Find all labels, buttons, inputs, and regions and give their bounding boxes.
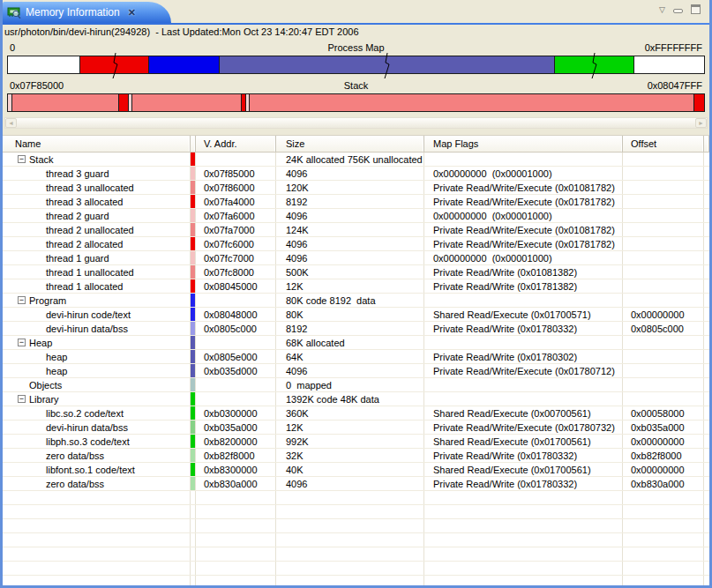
- memory-type-swatch: [191, 477, 195, 490]
- table-row[interactable]: zero data/bss 0xb830a000 4096 Private Re…: [3, 477, 709, 491]
- table-row[interactable]: thread 1 guard 0x07fc7000 4096 0x0000000…: [3, 251, 709, 265]
- row-name-cell: libc.so.2 code/text: [3, 406, 191, 420]
- table-row[interactable]: − Program 80K code 8192 data: [3, 294, 709, 308]
- memory-type-swatch: [191, 279, 195, 293]
- memory-segment[interactable]: [148, 56, 219, 73]
- stack-map-bar[interactable]: [7, 93, 705, 112]
- row-spacer: [704, 209, 709, 222]
- horizontal-scrollbar[interactable]: ◄ ►: [4, 117, 708, 129]
- close-icon[interactable]: ✕: [128, 7, 136, 19]
- table-row[interactable]: devi-hirun data/bss 0x0805c000 8192 Priv…: [3, 322, 709, 336]
- memory-segment[interactable]: [219, 56, 554, 73]
- row-label: zero data/bss: [46, 450, 104, 461]
- row-vaddr: [196, 505, 276, 518]
- memory-segment[interactable]: [249, 94, 693, 111]
- memory-segment[interactable]: [131, 94, 242, 111]
- table-row[interactable]: thread 1 allocated 0x08045000 12K Privat…: [3, 279, 709, 294]
- column-header-vaddr[interactable]: V. Addr.: [196, 136, 276, 152]
- column-header-offset[interactable]: Offset: [623, 136, 704, 152]
- row-size: 68K allocated: [276, 336, 424, 349]
- memory-type-swatch: [191, 378, 195, 391]
- row-vaddr: 0x08045000: [196, 279, 276, 293]
- row-size: 32K: [276, 449, 424, 462]
- tree-expander-icon[interactable]: −: [18, 155, 26, 163]
- minimize-icon[interactable]: [673, 9, 683, 13]
- process-map-bar[interactable]: [7, 56, 705, 74]
- row-vaddr: 0x0805e000: [196, 350, 276, 363]
- scroll-right-icon[interactable]: ►: [695, 118, 707, 128]
- process-info-bar: usr/photon/bin/devi-hirun(294928) - Last…: [3, 25, 709, 40]
- table-row[interactable]: thread 3 unallocated 0x07f86000 120K Pri…: [3, 181, 709, 195]
- memory-segment[interactable]: [11, 94, 119, 111]
- tree-expander-icon[interactable]: −: [18, 395, 26, 403]
- row-label: thread 2 unallocated: [46, 225, 134, 235]
- memory-type-swatch: [191, 421, 195, 434]
- table-row[interactable]: heap 0x0805e000 64K Private Read/Write (…: [3, 350, 709, 364]
- row-mapflags: Private Read/Write (0x01781382): [424, 279, 623, 293]
- row-vaddr: 0xb82f8000: [196, 449, 276, 462]
- row-vaddr: 0xb0300000: [196, 406, 276, 420]
- row-offset: [623, 491, 704, 504]
- table-row[interactable]: thread 2 unallocated 0x07fa7000 124K Pri…: [3, 223, 709, 237]
- table-row[interactable]: − Heap 68K allocated: [3, 336, 709, 350]
- memory-type-swatch: [191, 576, 195, 585]
- memory-segment[interactable]: [118, 94, 127, 111]
- row-vaddr: 0x07fc8000: [196, 265, 276, 279]
- table-row[interactable]: zero data/bss 0xb82f8000 32K Private Rea…: [3, 449, 709, 463]
- table-row[interactable]: thread 3 guard 0x07f85000 4096 0x0000000…: [3, 167, 709, 181]
- column-header-size[interactable]: Size: [276, 136, 424, 152]
- row-name-cell: devi-hirun data/bss: [3, 421, 191, 434]
- row-offset: 0x0805c000: [623, 322, 704, 335]
- table-row[interactable]: thread 3 allocated 0x07fa4000 8192 Priva…: [3, 195, 709, 209]
- row-label: heap: [46, 352, 67, 362]
- row-mapflags: Shared Read/Execute (0x01700561): [424, 463, 623, 476]
- table-row[interactable]: thread 2 guard 0x07fa6000 4096 0x0000000…: [3, 209, 709, 223]
- row-size: 64K: [276, 350, 424, 363]
- row-name-cell: [3, 505, 191, 518]
- row-size: [276, 576, 424, 585]
- table-row[interactable]: − Stack 24K allocated 756K unallocated: [3, 153, 709, 167]
- memory-type-swatch: [191, 435, 195, 448]
- table-row[interactable]: devi-hirun code/text 0x08048000 80K Shar…: [3, 308, 709, 322]
- tree-expander-icon[interactable]: −: [18, 339, 26, 346]
- row-label: libc.so.2 code/text: [46, 408, 124, 419]
- row-name-cell: zero data/bss: [3, 449, 191, 462]
- row-offset: [623, 294, 704, 307]
- memory-segment[interactable]: [8, 56, 79, 73]
- row-mapflags: Private Read/Write (0x01780302): [424, 350, 623, 363]
- memory-type-swatch: [191, 223, 195, 236]
- row-vaddr: 0x08048000: [196, 308, 276, 321]
- tab-memory-information[interactable]: Memory Information ✕: [3, 2, 145, 23]
- column-header-name[interactable]: Name: [3, 136, 191, 152]
- row-label: libfont.so.1 code/text: [46, 465, 135, 475]
- maximize-icon[interactable]: [691, 4, 701, 14]
- table-row[interactable]: Objects 0 mapped: [3, 378, 709, 392]
- table-row[interactable]: libfont.so.1 code/text 0xb8300000 40K Sh…: [3, 463, 709, 477]
- table-row[interactable]: thread 1 unallocated 0x07fc8000 500K Pri…: [3, 265, 709, 279]
- row-vaddr: 0x07fa4000: [196, 195, 276, 208]
- row-offset: [623, 505, 704, 518]
- tree-expander-icon[interactable]: −: [18, 296, 26, 304]
- scroll-left-icon[interactable]: ◄: [5, 118, 17, 128]
- row-offset: [623, 153, 704, 166]
- column-header-mapflags[interactable]: Map Flags: [424, 136, 623, 152]
- table-row[interactable]: thread 2 allocated 0x07fc6000 4096 Priva…: [3, 237, 709, 251]
- view-menu-icon[interactable]: ▽: [659, 5, 665, 14]
- row-offset: [623, 279, 704, 293]
- memory-segment[interactable]: [633, 56, 704, 73]
- table-row[interactable]: − Library 1392K code 48K data: [3, 392, 709, 406]
- table-row[interactable]: libph.so.3 code/text 0xb8200000 992K Sha…: [3, 435, 709, 449]
- memory-segment[interactable]: [554, 56, 633, 73]
- row-name-cell: thread 1 guard: [3, 251, 191, 264]
- table-row[interactable]: heap 0xb035d000 4096 Private Read/Write/…: [3, 364, 709, 378]
- row-size: 4096: [276, 237, 424, 250]
- table-row[interactable]: devi-hirun data/bss 0xb035a000 12K Priva…: [3, 421, 709, 435]
- memory-segment[interactable]: [79, 56, 148, 73]
- row-size: 4096: [276, 167, 424, 180]
- row-name-cell: thread 2 unallocated: [3, 223, 191, 236]
- memory-segment[interactable]: [693, 94, 704, 111]
- row-label: thread 2 allocated: [46, 239, 123, 249]
- row-spacer: [704, 181, 709, 194]
- table-row[interactable]: libc.so.2 code/text 0xb0300000 360K Shar…: [3, 406, 709, 421]
- row-spacer: [704, 167, 709, 180]
